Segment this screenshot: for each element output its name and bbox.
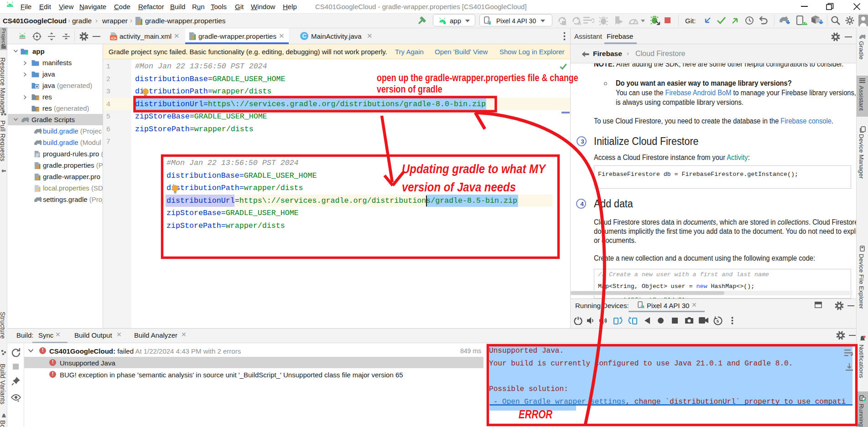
svg-text:A: A: [578, 21, 581, 26]
svg-text:<>: <>: [111, 36, 116, 41]
svg-text:5: 5: [717, 319, 719, 324]
